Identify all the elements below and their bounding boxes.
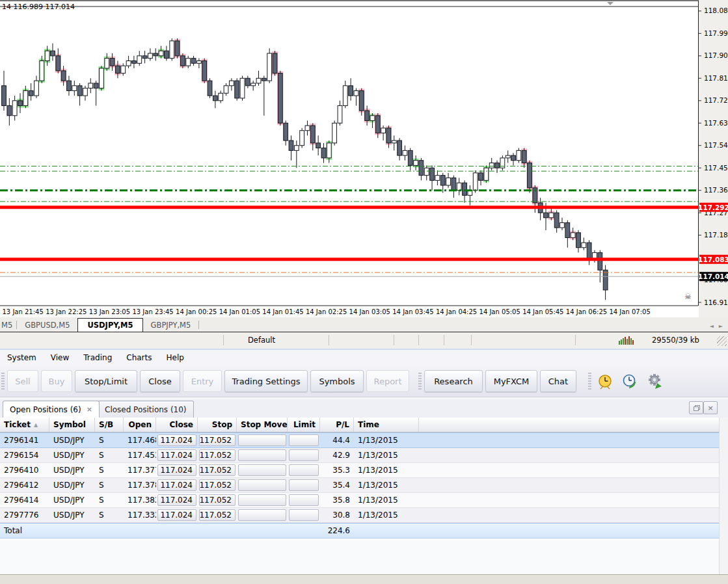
svg-text:117.083: 117.083 [698,256,728,263]
buy-button[interactable]: Buy [41,370,72,392]
chart-tab-usdjpy[interactable]: USDJPY,M5 [77,318,142,332]
table-row[interactable]: 2796154USD/JPYS117.453117.024117.05242.9… [0,448,720,463]
positions-panel: Open Positions (6) × Closed Positions (1… [0,397,728,584]
svg-text:14 Jan 05:45: 14 Jan 05:45 [522,308,563,315]
cell-time: 1/13/2015 [354,511,419,520]
history-clock-icon[interactable] [619,370,641,392]
cell-button-stop-move[interactable] [238,509,286,521]
table-scrollbar[interactable] [719,418,728,581]
entry-button[interactable]: Entry [183,370,222,392]
restore-panel-icon [694,405,699,410]
cell-button-stop[interactable]: 117.052 [199,494,236,506]
menu-help[interactable]: Help [159,351,191,365]
report-button[interactable]: Report [366,370,409,392]
cell-button-close[interactable]: 117.024 [157,449,196,461]
status-profile[interactable]: Default [248,336,275,345]
resize-grip[interactable] [717,336,727,346]
cell-button-stop-move[interactable] [238,494,286,506]
cell-button-limit[interactable] [289,434,319,446]
close-panel-button[interactable]: × [703,401,718,414]
trading-settings-button[interactable]: Trading Settings [224,370,308,392]
column-header-ticket[interactable]: Ticket▲ [0,418,49,432]
column-header-open[interactable]: Open [124,418,156,432]
table-row[interactable]: 2796410USD/JPYS117.377117.024117.05235.3… [0,463,720,478]
tab-closed-positions[interactable]: Closed Positions (10) [98,401,194,418]
toolbar-grip[interactable] [418,371,422,391]
cell-time: 1/13/2015 [354,481,419,490]
toolbar-grip[interactable] [1,371,5,391]
cell-button-stop[interactable]: 117.052 [199,479,236,491]
close-tab-icon[interactable]: × [87,405,92,414]
cell-button-stop[interactable]: 117.052 [199,464,236,476]
chart-tab-gbpjpy[interactable]: GBPJPY,M5 [143,319,199,332]
column-header-sb[interactable]: S/B [95,418,124,432]
menu-charts[interactable]: Charts [119,351,159,365]
close-button[interactable]: Close [140,370,180,392]
chat-button[interactable]: Chat [540,370,576,392]
column-header-symbol[interactable]: Symbol [49,418,95,432]
table-row[interactable]: 2796141USD/JPYS117.468117.024117.05244.4… [0,432,720,448]
chart-tab-gbpusd[interactable]: GBPUSD,M5 [17,319,77,332]
svg-text:116.910: 116.910 [704,299,728,306]
cell-button-stop-move[interactable] [238,464,286,476]
cell-symbol: USD/JPY [49,481,95,490]
status-separator [444,335,444,345]
cell-button-stop[interactable]: 117.052 [199,449,236,461]
cell-button-close[interactable]: 117.024 [157,509,196,521]
tab-scroll-right-icon[interactable]: ► [719,323,723,329]
svg-text:117.990: 117.990 [704,29,728,37]
float-panel-button[interactable] [689,401,703,414]
close-panel-icon: × [707,404,713,412]
menu-trading[interactable]: Trading [76,351,119,365]
cell-sb: S [95,496,124,505]
tab-scroll-left-icon[interactable]: ◄ [710,323,714,329]
chart-tab-truncated[interactable]: M5 [0,319,16,332]
cell-open: 117.378 [124,481,156,490]
table-row[interactable]: 2796412USD/JPYS117.378117.024117.05235.4… [0,478,720,493]
column-header-stop-move[interactable]: Stop Move [237,418,288,432]
toolbar-grip[interactable] [588,371,591,391]
tab-open-positions[interactable]: Open Positions (6) × [3,401,100,418]
cell-button-limit[interactable] [289,509,319,521]
cell-button-limit[interactable] [289,464,319,476]
column-header-limit[interactable]: Limit [288,418,320,432]
stop-limit-button[interactable]: Stop/Limit [75,370,137,392]
menu-system[interactable]: System [0,351,44,365]
cell-button-limit[interactable] [289,449,319,461]
column-header-time[interactable]: Time [354,418,419,432]
column-header-close[interactable]: Close [156,418,198,432]
status-separator [394,335,394,345]
cell-symbol: USD/JPY [49,511,95,520]
cell-button-close[interactable]: 117.024 [157,434,196,446]
menu-bar: System View Trading Charts Help [0,350,728,365]
menu-view[interactable]: View [44,351,76,365]
symbols-button[interactable]: Symbols [310,370,364,392]
myfxcm-button[interactable]: MyFXCM [485,370,537,392]
trading-station-window: 118.080117.990117.900117.810117.720117.6… [0,0,728,584]
research-button[interactable]: Research [424,370,483,392]
cell-button-stop-move[interactable] [238,449,286,461]
column-header-stop[interactable]: Stop [198,418,237,432]
cell-button-limit[interactable] [289,494,319,506]
table-row[interactable]: 2796414USD/JPYS117.382117.024117.05235.8… [0,493,720,508]
cell-button-stop-move[interactable] [238,434,286,446]
cell-button-close[interactable]: 117.024 [157,479,196,491]
sell-button[interactable]: Sell [7,370,38,392]
column-header-pl[interactable]: P/L [320,418,354,432]
alarm-clock-icon[interactable] [594,370,616,392]
table-row[interactable]: 2797776USD/JPYS117.332117.024117.05230.8… [0,508,720,523]
svg-text:14 Jan 03:05: 14 Jan 03:05 [349,308,390,315]
cell-symbol: USD/JPY [49,451,95,460]
cell-button-close[interactable]: 117.024 [157,494,196,506]
strategy-gear-icon[interactable] [643,370,666,392]
cell-button-stop[interactable]: 117.052 [199,434,236,446]
cell-button-close[interactable]: 117.024 [157,464,196,476]
cell-button-limit[interactable] [289,479,319,491]
cell-button-stop-move[interactable] [238,479,286,491]
cell-button-stop[interactable]: 117.052 [199,509,236,521]
svg-text:117.630: 117.630 [704,119,728,127]
chart-scroll-up-icon[interactable] [607,2,613,5]
cell-ticket: 2796414 [0,496,49,505]
candlestick-chart[interactable]: 118.080117.990117.900117.810117.720117.6… [0,0,728,317]
svg-text:117.720: 117.720 [704,96,728,104]
